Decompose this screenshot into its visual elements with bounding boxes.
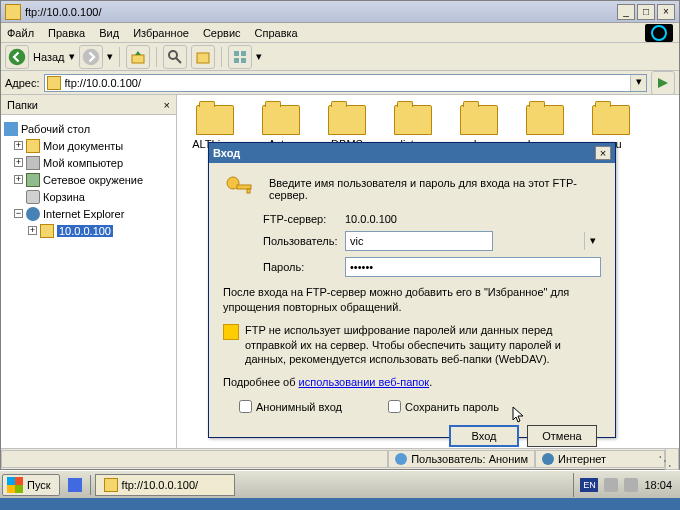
warning-icon bbox=[223, 324, 239, 340]
save-icon bbox=[68, 478, 82, 492]
folder-icon bbox=[104, 478, 118, 492]
nav-back-dropdown[interactable]: ▾ bbox=[69, 50, 75, 63]
clock[interactable]: 18:04 bbox=[644, 479, 672, 491]
minimize-button[interactable]: _ bbox=[617, 4, 635, 20]
menu-file[interactable]: Файл bbox=[7, 27, 34, 39]
go-button[interactable] bbox=[651, 71, 675, 95]
language-indicator[interactable]: EN bbox=[580, 478, 598, 492]
address-label: Адрес: bbox=[5, 77, 40, 89]
nav-forward-button[interactable] bbox=[79, 45, 103, 69]
address-input[interactable] bbox=[44, 74, 647, 92]
dialog-intro: Введите имя пользователя и пароль для вх… bbox=[269, 177, 601, 201]
collapse-icon[interactable]: − bbox=[14, 209, 23, 218]
tree-trash[interactable]: Корзина bbox=[4, 188, 173, 205]
cancel-button[interactable]: Отмена bbox=[527, 425, 597, 447]
tree-ftp-host[interactable]: +10.0.0.100 bbox=[4, 222, 173, 239]
desktop-icon bbox=[4, 122, 18, 136]
folder-tree: Рабочий стол +Мои документы +Мой компьют… bbox=[1, 115, 176, 448]
up-button[interactable] bbox=[126, 45, 150, 69]
sidebar-title: Папки bbox=[7, 99, 38, 111]
server-value: 10.0.0.100 bbox=[345, 213, 397, 225]
svg-point-1 bbox=[82, 48, 99, 65]
password-label: Пароль: bbox=[263, 261, 339, 273]
addressbar: Адрес: ▾ bbox=[1, 71, 679, 95]
anonymous-checkbox[interactable]: Анонимный вход bbox=[239, 400, 342, 413]
expand-icon[interactable]: + bbox=[14, 141, 23, 150]
folder-icon bbox=[26, 139, 40, 153]
folders-button[interactable] bbox=[191, 45, 215, 69]
window-icon bbox=[5, 4, 21, 20]
volume-icon[interactable] bbox=[624, 478, 638, 492]
webfolders-link[interactable]: использовании веб-папок bbox=[299, 376, 430, 388]
toolbar: Назад ▾ ▾ ▾ bbox=[1, 43, 679, 71]
address-folder-icon bbox=[47, 76, 61, 90]
nav-back-button[interactable] bbox=[5, 45, 29, 69]
system-tray: EN 18:04 bbox=[573, 473, 678, 497]
save-password-checkbox[interactable]: Сохранить пароль bbox=[388, 400, 499, 413]
keys-icon bbox=[223, 173, 255, 205]
folder-icon bbox=[526, 105, 564, 135]
login-dialog: Вход × Введите имя пользователя и пароль… bbox=[208, 142, 616, 438]
close-button[interactable]: × bbox=[657, 4, 675, 20]
taskbar: Пуск ftp://10.0.0.100/ EN 18:04 bbox=[0, 470, 680, 498]
titlebar[interactable]: ftp://10.0.0.100/ _ □ × bbox=[1, 1, 679, 23]
server-label: FTP-сервер: bbox=[263, 213, 339, 225]
tree-mydocs[interactable]: +Мои документы bbox=[4, 137, 173, 154]
maximize-button[interactable]: □ bbox=[637, 4, 655, 20]
ftp-icon bbox=[40, 224, 54, 238]
search-button[interactable] bbox=[163, 45, 187, 69]
dialog-title: Вход bbox=[213, 147, 240, 159]
menu-edit[interactable]: Правка bbox=[48, 27, 85, 39]
quicklaunch-item[interactable] bbox=[64, 474, 86, 496]
svg-rect-12 bbox=[247, 189, 250, 193]
expand-icon[interactable]: + bbox=[14, 158, 23, 167]
sidebar-close-button[interactable]: × bbox=[164, 99, 170, 111]
nav-back-label: Назад bbox=[33, 51, 65, 63]
svg-point-0 bbox=[9, 48, 26, 65]
folders-sidebar: Папки × Рабочий стол +Мои документы +Мой… bbox=[1, 95, 177, 448]
password-input[interactable] bbox=[345, 257, 601, 277]
dialog-titlebar[interactable]: Вход × bbox=[209, 143, 615, 163]
svg-rect-8 bbox=[234, 58, 239, 63]
trash-icon bbox=[26, 190, 40, 204]
menubar: Файл Правка Вид Избранное Сервис Справка bbox=[1, 23, 679, 43]
expand-icon[interactable]: + bbox=[14, 175, 23, 184]
dialog-note3b: . bbox=[429, 376, 432, 388]
ie-icon bbox=[26, 207, 40, 221]
start-button[interactable]: Пуск bbox=[2, 474, 60, 496]
login-button[interactable]: Вход bbox=[449, 425, 519, 447]
svg-line-4 bbox=[176, 58, 181, 63]
svg-rect-6 bbox=[234, 51, 239, 56]
expand-icon[interactable]: + bbox=[28, 226, 37, 235]
menu-favorites[interactable]: Избранное bbox=[133, 27, 189, 39]
taskbar-task[interactable]: ftp://10.0.0.100/ bbox=[95, 474, 235, 496]
dialog-close-button[interactable]: × bbox=[595, 146, 611, 160]
svg-rect-7 bbox=[241, 51, 246, 56]
resize-grip[interactable] bbox=[665, 448, 679, 470]
tray-icon[interactable] bbox=[604, 478, 618, 492]
address-dropdown[interactable]: ▾ bbox=[630, 75, 646, 91]
svg-point-3 bbox=[169, 51, 177, 59]
windows-flag-icon bbox=[7, 477, 23, 493]
tree-ie[interactable]: −Internet Explorer bbox=[4, 205, 173, 222]
dialog-note2: FTP не использует шифрование паролей или… bbox=[245, 323, 601, 368]
menu-tools[interactable]: Сервис bbox=[203, 27, 241, 39]
tree-mycomputer[interactable]: +Мой компьютер bbox=[4, 154, 173, 171]
tree-network[interactable]: +Сетевое окружение bbox=[4, 171, 173, 188]
menu-view[interactable]: Вид bbox=[99, 27, 119, 39]
user-dropdown[interactable]: ▾ bbox=[584, 232, 600, 250]
nav-forward-dropdown[interactable]: ▾ bbox=[107, 50, 113, 63]
folder-icon bbox=[262, 105, 300, 135]
tree-desktop[interactable]: Рабочий стол bbox=[4, 120, 173, 137]
user-input[interactable] bbox=[345, 231, 493, 251]
folder-icon bbox=[394, 105, 432, 135]
ie-logo-icon bbox=[645, 24, 673, 42]
svg-rect-5 bbox=[197, 53, 209, 63]
menu-help[interactable]: Справка bbox=[255, 27, 298, 39]
views-button[interactable] bbox=[228, 45, 252, 69]
network-icon bbox=[26, 173, 40, 187]
views-dropdown[interactable]: ▾ bbox=[256, 50, 262, 63]
window-title: ftp://10.0.0.100/ bbox=[25, 6, 617, 18]
dialog-note3a: Подробнее об bbox=[223, 376, 299, 388]
cursor-icon bbox=[512, 406, 526, 424]
